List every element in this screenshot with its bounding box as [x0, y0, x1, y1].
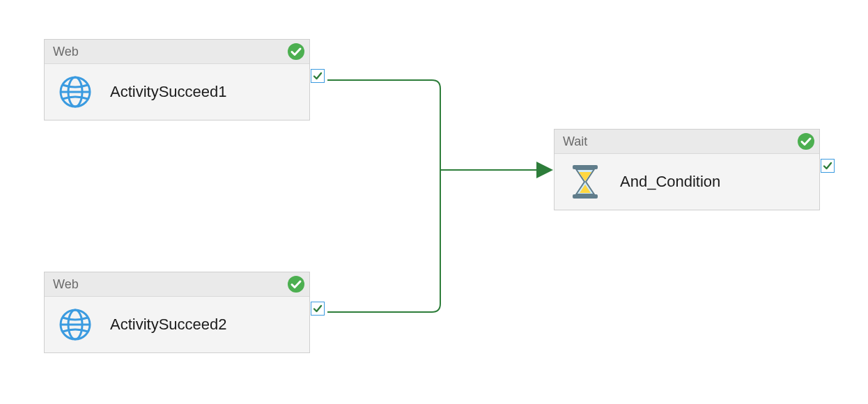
node-title: ActivitySucceed1: [110, 83, 227, 101]
output-port-success[interactable]: [821, 159, 835, 173]
activity-node-and-condition[interactable]: Wait And_Condition: [554, 129, 820, 210]
output-port-success[interactable]: [311, 69, 325, 83]
node-title: And_Condition: [620, 173, 720, 191]
node-type-label: Web: [53, 45, 79, 59]
node-body: And_Condition: [555, 154, 819, 210]
globe-icon: [57, 74, 93, 110]
status-success-icon: [797, 132, 815, 158]
status-success-icon: [287, 42, 305, 68]
hourglass-icon: [567, 164, 603, 200]
node-header: Web: [45, 40, 309, 64]
node-type-label: Web: [53, 277, 79, 291]
node-header: Wait: [555, 130, 819, 154]
pipeline-canvas[interactable]: Web ActivitySucceed1: [0, 0, 868, 404]
svg-point-0: [288, 43, 304, 60]
activity-node-activitysucceed1[interactable]: Web ActivitySucceed1: [44, 39, 310, 121]
node-body: ActivitySucceed1: [45, 64, 309, 120]
node-type-label: Wait: [563, 134, 587, 148]
node-header: Web: [45, 272, 309, 297]
svg-point-4: [288, 276, 304, 293]
node-title: ActivitySucceed2: [110, 316, 227, 334]
connector-b-to-c: [327, 170, 440, 312]
activity-node-activitysucceed2[interactable]: Web ActivitySucceed2: [44, 272, 310, 353]
svg-point-8: [798, 133, 814, 150]
globe-icon: [57, 306, 93, 343]
output-port-success[interactable]: [311, 302, 325, 316]
connector-a-to-c: [327, 80, 440, 170]
status-success-icon: [287, 275, 305, 301]
node-body: ActivitySucceed2: [45, 297, 309, 352]
